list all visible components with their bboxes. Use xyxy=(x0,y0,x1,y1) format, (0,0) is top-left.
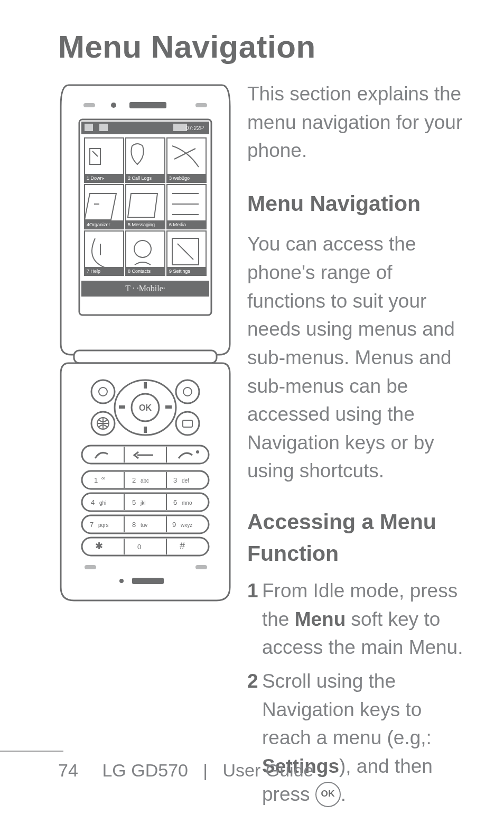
page-footer: 74 LG GD570 | User Guide xyxy=(0,751,504,781)
svg-rect-54 xyxy=(165,405,172,409)
page-number: 74 xyxy=(58,760,97,781)
svg-text:#: # xyxy=(180,541,185,551)
svg-rect-92 xyxy=(85,565,96,569)
step2-post: . xyxy=(341,783,346,805)
svg-rect-8 xyxy=(173,124,187,131)
svg-text:4Organizer: 4Organizer xyxy=(87,222,110,227)
footer-sep: | xyxy=(203,760,208,780)
step2-pre: Scroll using the Navigation keys to reac… xyxy=(262,670,432,748)
step-3: 3 If the menu contains sub-menus (e.g., … xyxy=(58,817,472,823)
svg-rect-7 xyxy=(99,124,108,131)
svg-text:abc: abc xyxy=(141,478,149,484)
svg-text:9: 9 xyxy=(172,521,176,529)
svg-text:3: 3 xyxy=(173,476,177,484)
section1-body: You can access the phone's range of func… xyxy=(247,230,472,485)
ok-icon: OK xyxy=(315,782,341,807)
svg-text:2 Call Logs: 2 Call Logs xyxy=(128,175,152,181)
svg-text:5: 5 xyxy=(132,498,136,506)
svg-text:ghi: ghi xyxy=(99,500,106,506)
svg-text:✱: ✱ xyxy=(95,541,103,551)
step-2: 2 Scroll using the Navigation keys to re… xyxy=(247,667,472,809)
svg-rect-53 xyxy=(119,405,125,409)
footer-product: LG GD570 xyxy=(102,760,188,780)
svg-point-43 xyxy=(176,412,199,435)
svg-text:1: 1 xyxy=(94,476,98,484)
svg-text:jkl: jkl xyxy=(140,500,145,506)
svg-text:5 Messaging: 5 Messaging xyxy=(128,222,155,227)
status-time: 07:22P xyxy=(185,125,204,131)
svg-text:tuv: tuv xyxy=(141,522,147,528)
svg-text:6: 6 xyxy=(173,498,177,506)
svg-point-41 xyxy=(176,380,199,403)
svg-rect-0 xyxy=(129,102,166,108)
step-number: 3 xyxy=(58,817,76,823)
svg-rect-51 xyxy=(144,382,147,389)
svg-rect-3 xyxy=(83,103,95,107)
svg-text:def: def xyxy=(182,478,189,484)
step3-pre: If the menu contains sub-menus (e.g., xyxy=(76,820,404,823)
svg-text:3 web2go: 3 web2go xyxy=(169,175,190,181)
svg-text:2: 2 xyxy=(132,476,136,484)
svg-text:4: 4 xyxy=(91,498,95,506)
page-title: Menu Navigation xyxy=(58,29,472,65)
intro-paragraph: This section explains the menu navigatio… xyxy=(247,80,472,165)
footer-title: User Guide xyxy=(223,760,314,780)
svg-text:OK: OK xyxy=(139,403,152,412)
svg-text:9 Settings: 9 Settings xyxy=(169,269,191,274)
svg-text:8 Contacts: 8 Contacts xyxy=(128,269,151,274)
svg-point-58 xyxy=(196,450,199,454)
svg-text:mno: mno xyxy=(182,500,192,506)
svg-point-1 xyxy=(111,103,116,108)
step-number: 2 xyxy=(247,667,262,809)
step1-bold: Menu xyxy=(295,608,346,630)
svg-text:1 Down-: 1 Down- xyxy=(87,175,105,181)
svg-text:0: 0 xyxy=(137,543,141,551)
svg-text:pqrs: pqrs xyxy=(98,522,108,528)
svg-text:7 Help: 7 Help xyxy=(87,269,100,274)
step-number: 1 xyxy=(247,577,262,662)
svg-text:6 Media: 6 Media xyxy=(169,222,186,227)
svg-rect-2 xyxy=(195,103,207,107)
svg-text:8: 8 xyxy=(132,521,136,529)
svg-text:∞: ∞ xyxy=(101,475,105,481)
step-1: 1 From Idle mode, press the Menu soft ke… xyxy=(247,577,472,662)
svg-text:T · ·Mobile·: T · ·Mobile· xyxy=(125,284,165,293)
svg-text:wxyz: wxyz xyxy=(180,522,192,528)
svg-rect-52 xyxy=(144,427,147,433)
svg-rect-95 xyxy=(132,578,164,584)
section2-heading: Accessing a Menu Function xyxy=(247,506,472,569)
svg-text:7: 7 xyxy=(90,521,94,529)
svg-point-40 xyxy=(91,380,115,403)
section1-heading: Menu Navigation xyxy=(247,188,472,219)
svg-point-94 xyxy=(119,579,124,583)
svg-rect-6 xyxy=(85,124,93,131)
svg-rect-39 xyxy=(74,350,217,363)
phone-illustration: 07:22P xyxy=(58,80,232,814)
svg-rect-93 xyxy=(195,565,207,569)
